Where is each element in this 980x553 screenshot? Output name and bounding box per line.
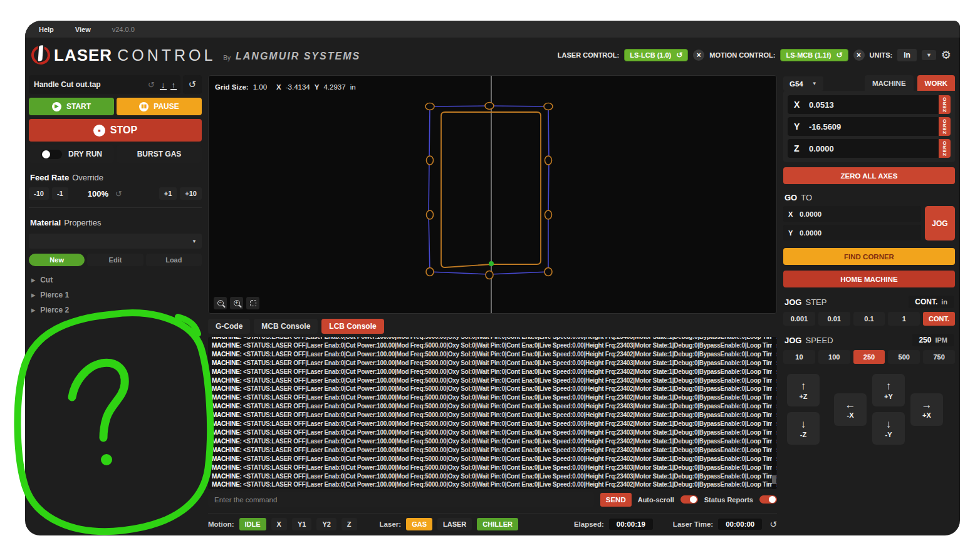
- chevron-right-icon: ▶: [31, 292, 35, 298]
- tab-lcb-console[interactable]: LCB Console: [321, 319, 383, 334]
- jog-plus-x-button[interactable]: → +X: [910, 393, 943, 426]
- console-line: MACHINE: <STATUS:LASER OFF|Laser Enab:0|…: [212, 385, 774, 393]
- tab-gcode[interactable]: G-Code: [208, 319, 250, 334]
- console-line: MACHINE: <STATUS:LASER OFF|Laser Enab:0|…: [212, 472, 774, 481]
- command-input[interactable]: [208, 492, 594, 507]
- arrow-down-icon: ↓: [801, 419, 806, 430]
- goto-y-input[interactable]: [800, 229, 916, 237]
- feed-reset-icon[interactable]: ↺: [115, 189, 156, 199]
- jog-pad: ↑ +Z ↓ -Z ← -X ↑: [783, 374, 955, 445]
- console-panel[interactable]: MACHINE: <STATUS:LASER OFF|Laser Enab:0|…: [208, 337, 777, 489]
- laser-label: Laser:: [380, 520, 402, 528]
- jog-minus-z-button[interactable]: ↓ -Z: [787, 412, 820, 445]
- chiller-badge[interactable]: CHILLER: [477, 518, 518, 530]
- zero-all-axes-button[interactable]: ZERO ALL AXES: [783, 167, 955, 184]
- upload-file-icon[interactable]: ↑: [172, 81, 176, 89]
- find-corner-button[interactable]: FIND CORNER: [783, 248, 955, 265]
- material-load-button[interactable]: Load: [146, 254, 202, 266]
- jog-step-value: CONT.in: [909, 296, 954, 308]
- zoom-out-button[interactable]: −: [214, 297, 227, 309]
- laser-control-value: LS-LCB (1.0): [630, 51, 671, 59]
- menu-view[interactable]: View: [75, 26, 91, 33]
- zero-y-button[interactable]: ZERO: [939, 117, 951, 136]
- motion-disconnect-icon[interactable]: ×: [853, 49, 865, 61]
- material-select[interactable]: ▼: [29, 234, 202, 249]
- jog-step-cont[interactable]: CONT.: [923, 312, 955, 326]
- autoscroll-toggle[interactable]: [680, 495, 698, 504]
- jog-minus-x-button[interactable]: ← -X: [834, 393, 867, 426]
- jog-speed-100[interactable]: 100: [818, 350, 850, 364]
- tab-work-coords[interactable]: WORK: [917, 75, 955, 91]
- tab-machine-coords[interactable]: MACHINE: [865, 75, 914, 91]
- reconnect-icon[interactable]: ↺: [837, 51, 843, 59]
- tab-mcb-console[interactable]: MCB Console: [254, 319, 318, 334]
- dry-run-toggle[interactable]: [41, 150, 62, 159]
- jog-speed-10[interactable]: 10: [783, 350, 815, 364]
- feed-plus-1-button[interactable]: +1: [159, 187, 177, 200]
- reset-timer-icon[interactable]: ↺: [769, 519, 777, 529]
- feed-minus-1-button[interactable]: -1: [52, 187, 68, 200]
- undo-icon[interactable]: ↺: [148, 81, 155, 89]
- console-line: MACHINE: <STATUS:LASER OFF|Laser Enab:0|…: [212, 337, 774, 341]
- tree-item-cut[interactable]: ▶ Cut: [29, 272, 202, 287]
- menu-help[interactable]: Help: [39, 26, 54, 33]
- left-panel: Handle Cut out.tap ↺ ↓ ↑ ↺ ▶ START ▮▮ PA…: [29, 75, 202, 535]
- motion-control-status[interactable]: LS-MCB (1.1f) ↺: [780, 49, 848, 61]
- start-button[interactable]: ▶ START: [29, 98, 114, 115]
- dro-row-x: X 0.0513 ZERO: [788, 95, 951, 114]
- console-tabs: G-Code MCB Console LCB Console: [208, 319, 777, 334]
- status-reports-label: Status Reports: [704, 496, 753, 504]
- jog-plus-z-button[interactable]: ↑ +Z: [787, 374, 820, 406]
- arrow-up-icon: ↑: [801, 381, 806, 391]
- laser-badge[interactable]: LASER: [437, 518, 472, 530]
- tree-item-pierce-1[interactable]: ▶ Pierce 1: [29, 287, 202, 302]
- jog-step-1[interactable]: 1: [888, 312, 920, 326]
- zero-z-button[interactable]: ZERO: [939, 139, 951, 158]
- send-button[interactable]: SEND: [600, 493, 632, 507]
- motion-control-value: LS-MCB (1.1f): [786, 51, 831, 59]
- zero-x-button[interactable]: ZERO: [939, 95, 951, 114]
- elapsed-value: 00:00:19: [609, 519, 653, 530]
- toolpath-drawing: [209, 76, 776, 313]
- stop-button[interactable]: ■ STOP: [29, 119, 202, 142]
- units-dropdown-caret[interactable]: ▼: [922, 50, 936, 60]
- zoom-in-button[interactable]: +: [230, 297, 243, 309]
- laser-control-status[interactable]: LS-LCB (1.0) ↺: [624, 49, 688, 61]
- feed-plus-10-button[interactable]: +10: [180, 187, 202, 200]
- play-icon: ▶: [52, 102, 61, 111]
- jog-speed-750[interactable]: 750: [923, 350, 955, 364]
- console-scrollbar[interactable]: [772, 337, 776, 489]
- goto-x-input[interactable]: [800, 210, 916, 218]
- pause-button[interactable]: ▮▮ PAUSE: [117, 98, 202, 115]
- download-file-icon[interactable]: ↓: [161, 81, 165, 89]
- tree-item-pierce-2[interactable]: ▶ Pierce 2: [29, 302, 202, 318]
- fit-view-button[interactable]: [246, 297, 259, 309]
- goto-jog-button[interactable]: JOG: [925, 206, 955, 240]
- feed-rate-title: Feed RateOverride: [30, 173, 201, 182]
- burst-gas-button[interactable]: BURST GAS: [117, 145, 202, 163]
- file-history-icon[interactable]: ↺: [183, 75, 202, 94]
- jog-step-001[interactable]: 0.01: [818, 312, 850, 326]
- settings-gear-icon[interactable]: ⚙: [941, 48, 951, 62]
- console-log: MACHINE: <STATUS:LASER OFF|Laser Enab:0|…: [212, 337, 774, 489]
- reconnect-icon[interactable]: ↺: [676, 51, 682, 59]
- home-machine-button[interactable]: HOME MACHINE: [783, 271, 955, 287]
- jog-minus-y-button[interactable]: ↓ -Y: [872, 412, 905, 445]
- toolpath-canvas[interactable]: Grid Size:1.00 X-3.4134 Y4.2937 in: [208, 75, 777, 314]
- feed-rate-value: 100%: [88, 189, 108, 199]
- jog-speed-500[interactable]: 500: [888, 350, 920, 364]
- jog-speed-250[interactable]: 250: [853, 350, 885, 364]
- wcs-select[interactable]: G54▼: [783, 76, 823, 91]
- material-edit-button[interactable]: Edit: [87, 254, 143, 266]
- gas-badge[interactable]: GAS: [406, 518, 432, 530]
- status-reports-toggle[interactable]: [759, 495, 777, 504]
- units-value[interactable]: in: [897, 49, 917, 61]
- feed-minus-10-button[interactable]: -10: [29, 187, 49, 200]
- jog-plus-y-button[interactable]: ↑ +Y: [872, 374, 905, 406]
- laser-disconnect-icon[interactable]: ×: [693, 49, 704, 61]
- scrollbar-thumb[interactable]: [772, 475, 776, 484]
- jog-step-01[interactable]: 0.1: [853, 312, 885, 326]
- dry-run-control[interactable]: DRY RUN: [29, 145, 114, 163]
- material-new-button[interactable]: New: [29, 254, 85, 266]
- jog-step-0001[interactable]: 0.001: [783, 312, 815, 326]
